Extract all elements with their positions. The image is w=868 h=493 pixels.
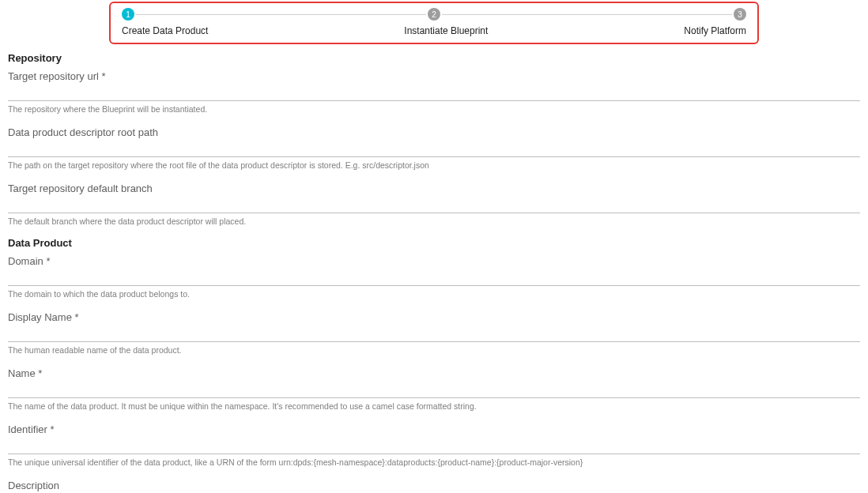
label-domain: Domain * <box>8 254 860 270</box>
stepper: 1 2 3 Create Data Product Instantiate Bl… <box>109 2 759 44</box>
field-target-url: Target repository url * The repository w… <box>8 69 860 114</box>
input-domain[interactable] <box>8 270 860 286</box>
step-circle-1: 1 <box>122 8 134 21</box>
help-root-path: The path on the target repository where … <box>8 160 860 170</box>
input-display-name[interactable] <box>8 326 860 342</box>
help-display-name: The human readable name of the data prod… <box>8 345 860 355</box>
label-default-branch: Target repository default branch <box>8 181 860 198</box>
help-target-url: The repository where the Blueprint will … <box>8 104 860 114</box>
field-root-path: Data product descriptor root path The pa… <box>8 125 860 170</box>
section-title-repository: Repository <box>8 52 860 64</box>
field-name: Name * The name of the data product. It … <box>8 366 860 411</box>
step-line-1-2 <box>136 14 426 15</box>
input-root-path[interactable] <box>8 141 860 157</box>
label-display-name: Display Name * <box>8 310 860 326</box>
step-label-1: Create Data Product <box>122 25 208 36</box>
field-default-branch: Target repository default branch The def… <box>8 181 860 226</box>
input-default-branch[interactable] <box>8 198 860 213</box>
stepper-labels: Create Data Product Instantiate Blueprin… <box>122 25 746 36</box>
help-default-branch: The default branch where the data produc… <box>8 216 860 226</box>
step-label-3: Notify Platform <box>684 25 746 36</box>
field-identifier: Identifier * The unique universal identi… <box>8 422 860 467</box>
step-label-2: Instantiate Blueprint <box>404 25 488 36</box>
help-domain: The domain to which the data product bel… <box>8 289 860 299</box>
label-description: Description <box>8 478 860 493</box>
help-identifier: The unique universal identifier of the d… <box>8 457 860 467</box>
label-target-url: Target repository url * <box>8 69 860 85</box>
label-identifier: Identifier * <box>8 422 860 438</box>
input-name[interactable] <box>8 382 860 398</box>
input-identifier[interactable] <box>8 438 860 454</box>
step-line-2-3 <box>442 14 732 15</box>
field-domain: Domain * The domain to which the data pr… <box>8 254 860 299</box>
step-circle-2: 2 <box>428 8 440 21</box>
label-root-path: Data product descriptor root path <box>8 125 860 141</box>
section-title-data-product: Data Product <box>8 237 860 249</box>
input-target-url[interactable] <box>8 85 860 101</box>
field-description: Description The high level description o… <box>8 478 860 493</box>
field-display-name: Display Name * The human readable name o… <box>8 310 860 355</box>
label-name: Name * <box>8 366 860 382</box>
help-name: The name of the data product. It must be… <box>8 401 860 411</box>
step-circle-3: 3 <box>734 8 746 21</box>
stepper-circles: 1 2 3 <box>122 8 746 21</box>
